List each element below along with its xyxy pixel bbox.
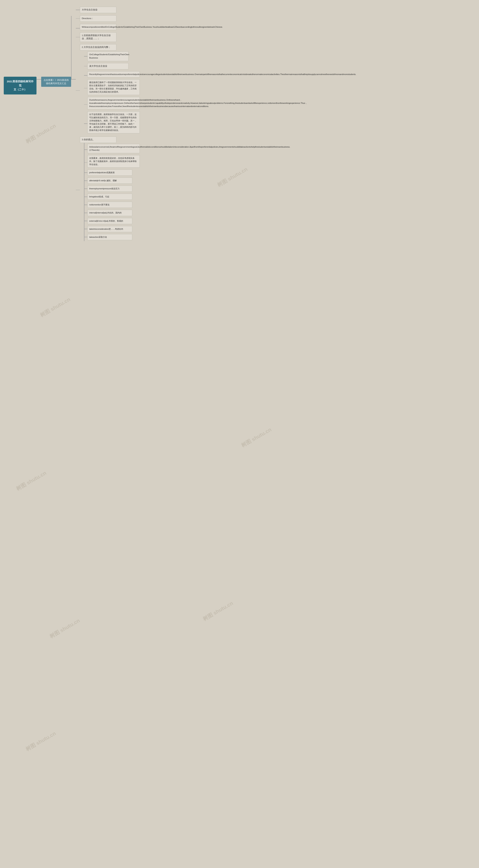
hline-l3-6	[84, 123, 87, 124]
l3-node-11: theemploymentpressure就业压力	[87, 186, 132, 192]
l3-node-12: bringabout造成、引起	[87, 194, 132, 200]
l3-node-4: 最近政府已颁布了一些优惠政策鼓励大学生创业。一部分主要原因在于，当前经济危机扰乱…	[87, 79, 140, 95]
l3-row-8: 在我看来，政府的初衷是好的，但也应考虑现实条件。除了优惠政策外，政府应该采取更多…	[84, 155, 140, 167]
watermark-8: 树图 shutu.cn	[202, 599, 235, 623]
watermark-4: 树图 shutu.cn	[49, 617, 81, 640]
l3-row-15: external[ik'stɜːrnl]adj.外部的、客观的	[84, 218, 140, 224]
l3-node-8: 在我看来，政府的初衷是好的，但也应考虑现实条件。除了优惠政策外，政府应该采取更多…	[87, 155, 140, 167]
l2-node-5: 2.大学生自主创业的利与弊；	[80, 44, 116, 51]
hline-l3-10	[84, 181, 87, 181]
watermark-5: 树图 shutu.cn	[25, 730, 57, 753]
l2-row-4: 1.目前政府鼓励大学生自主创业，原因是……；	[76, 32, 140, 42]
connector-central-l1	[36, 79, 41, 80]
l3-node-10: alleviate[ə'liːvieit]v.减轻、缓解	[87, 178, 132, 184]
hline-l3-14	[84, 213, 87, 213]
l3-row-3: Recentlythegovernmenthasissuedsomeprefer…	[84, 71, 140, 78]
l3-node-7: Asfaraslamconcerned,theaimofthegovernmen…	[87, 144, 140, 153]
hline-l2-5	[76, 90, 80, 91]
hline-l3-3	[84, 75, 87, 75]
l2-row-1: 大学生自主创业	[76, 7, 140, 13]
hline-l3-1	[84, 56, 87, 57]
l3-node-9: preferentialpolicies优惠政策	[87, 169, 132, 176]
l3-row-14: internal[internal]adj.内在的、国内的	[84, 210, 140, 216]
hline-l2-4	[76, 37, 80, 37]
l3-row-9: preferentialpolicies优惠政策	[84, 169, 140, 176]
l2-node-6: 3.你的观点。	[80, 136, 116, 143]
hline-l2-2	[76, 18, 80, 19]
hline-l3-4	[84, 88, 87, 89]
l1-node[interactable]: 点击查看》》2021英语四级经典写作范文汇总	[41, 77, 71, 87]
l3-node-5: Duetothesereasons,thegovernmentencourage…	[87, 97, 140, 110]
l2-node-1: 大学生自主创业	[80, 7, 116, 13]
l2-node-3: WriteacompositionentitledOnCollegeStuden…	[80, 24, 116, 30]
hline-l2-3	[76, 28, 80, 28]
watermark-3: 树图 shutu.cn	[15, 469, 48, 492]
l3-node-17: takeaction采取行动	[87, 234, 132, 240]
l3-row-12: bringabout造成、引起	[84, 194, 140, 200]
l3-row-1: OnCollegeStudents'EstablishingTheirOwn B…	[84, 52, 140, 61]
hline-l3-5	[84, 104, 87, 105]
l3-row-2: 谈大学生自主创业	[84, 63, 140, 69]
l3-row-16: takeintoconsideration把……考虑在内	[84, 226, 140, 232]
l3-row-17: takeaction采取行动	[84, 234, 140, 240]
hline-l3-7	[84, 150, 87, 150]
hline-l2-1	[76, 10, 80, 10]
hline-l3-13	[84, 205, 87, 205]
l2-row-3: WriteacompositionentitledOnCollegeStuden…	[76, 24, 140, 30]
l3-row-6: 出于这些原因，政府鼓励学生自主创业。一方面，这可以减轻就业的压力。另一方面，也能…	[84, 111, 140, 133]
l3-node-1: OnCollegeStudents'EstablishingTheirOwn B…	[87, 52, 128, 61]
l3-node-16: takeintoconsideration把……考虑在内	[87, 226, 132, 232]
l3-node-13: nottomention更不要说	[87, 202, 132, 208]
watermark-2: 树图 shutu.cn	[39, 296, 71, 319]
hline-l3-12	[84, 196, 87, 197]
l2-node-2: Directions：	[80, 16, 116, 22]
hline-l3-17	[84, 237, 87, 237]
l2-row-2: Directions：	[76, 16, 140, 22]
l3-node-3: Recentlythegovernmenthasissuedsomeprefer…	[87, 71, 140, 78]
hline-l2-6	[76, 190, 80, 190]
hline-l3-8	[84, 162, 87, 163]
vbar-l2	[71, 16, 71, 80]
l3-node-2: 谈大学生自主创业	[87, 63, 128, 69]
l3-row-11: theemploymentpressure就业压力	[84, 186, 140, 192]
l3-node-14: internal[internal]adj.内在的、国内的	[87, 210, 132, 216]
hline-l3-15	[84, 221, 87, 221]
l2-row-5: 2.大学生自主创业的利与弊； On	[76, 44, 140, 134]
hline-l3-16	[84, 229, 87, 229]
l2-node-4: 1.目前政府鼓励大学生自主创业，原因是……；	[80, 32, 116, 42]
hline-l3-11	[84, 189, 87, 189]
connector-l1-l2	[71, 79, 76, 80]
l2-row-6: 3.你的观点。 Asfaraslamconcerned,theaimoftheg…	[76, 136, 140, 241]
l3-node-15: external[ik'stɜːrnl]adj.外部的、客观的	[87, 218, 132, 224]
page-background: 树图 shutu.cn 树图 shutu.cn 树图 shutu.cn 树图 s…	[0, 0, 479, 868]
hline-l3-2	[84, 66, 87, 66]
l3-row-5: Duetothesereasons,thegovernmentencourage…	[84, 97, 140, 110]
l3-row-4: 最近政府已颁布了一些优惠政策鼓励大学生创业。一部分主要原因在于，当前经济危机扰乱…	[84, 79, 140, 95]
l3-node-6: 出于这些原因，政府鼓励学生自主创业。一方面，这可以减轻就业的压力。另一方面，也能…	[87, 111, 140, 133]
hline-l3-9	[84, 173, 87, 173]
l3-row-7: Asfaraslamconcerned,theaimofthegovernmen…	[84, 144, 140, 153]
central-node: 2021英语四级经典写作范 文（二十）	[4, 77, 36, 94]
l3-row-10: alleviate[ə'liːvieit]v.减轻、缓解	[84, 178, 140, 184]
watermark-7: 树图 shutu.cn	[240, 426, 273, 449]
l3-row-13: nottomention更不要说	[84, 202, 140, 208]
